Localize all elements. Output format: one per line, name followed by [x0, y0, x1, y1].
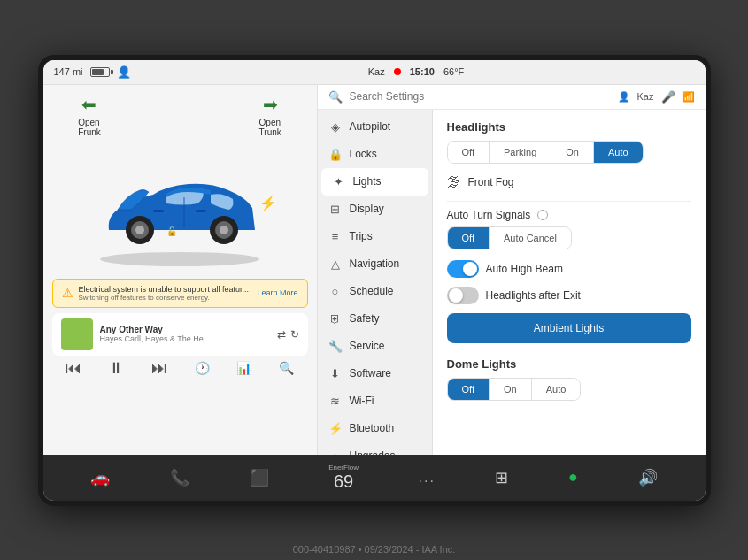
frunk-label: OpenFrunk	[78, 118, 101, 137]
frunk-arrow-icon: ⬅	[81, 94, 96, 115]
software-icon: ⬇	[328, 367, 343, 380]
learn-more-link[interactable]: Learn More	[257, 288, 297, 297]
menu-item-service[interactable]: 🔧 Service	[318, 333, 432, 360]
main-area: ⬅ OpenFrunk ➡ OpenTrunk	[43, 85, 706, 455]
music-controls[interactable]: ⇄ ↻	[277, 328, 299, 341]
front-fog-row: 🌫 Front Fog	[447, 174, 691, 190]
search-input[interactable]	[350, 90, 611, 103]
search-right: 👤 Kaz 🎤 📶	[618, 90, 695, 104]
turn-signal-off-button[interactable]: Off	[448, 227, 490, 249]
safety-label: Safety	[350, 312, 380, 325]
headlights-title: Headlights	[447, 120, 691, 134]
lock-icon: 🔓	[166, 226, 178, 237]
locks-label: Locks	[350, 148, 377, 160]
phone-taskbar-icon[interactable]: 📞	[170, 468, 189, 487]
auto-high-beam-toggle[interactable]	[447, 260, 479, 278]
track-artist: Hayes Carll, Hayes & The He...	[100, 334, 270, 343]
service-label: Service	[350, 340, 385, 352]
menu-item-bluetooth[interactable]: ⚡ Bluetooth	[318, 415, 432, 442]
headlights-after-exit-toggle[interactable]	[447, 287, 479, 304]
turn-signal-auto-cancel-button[interactable]: Auto Cancel	[490, 227, 571, 249]
menu-item-navigation[interactable]: △ Navigation	[318, 250, 432, 278]
menu-item-trips[interactable]: ≡ Trips	[318, 223, 432, 250]
safety-icon: ⛨	[328, 312, 343, 326]
svg-point-6	[220, 226, 228, 234]
volume-icon[interactable]: 🔊	[638, 468, 658, 487]
dome-off-button[interactable]: Off	[448, 379, 490, 400]
car-visualization: ⚡ 🔓	[82, 146, 277, 270]
headlight-auto-button[interactable]: Auto	[594, 142, 643, 163]
car-svg: ⚡ 🔓	[82, 146, 277, 270]
menu-item-locks[interactable]: 🔒 Locks	[318, 141, 432, 168]
playback-controls[interactable]: ⏮ ⏸ ⏭ 🕐 📊 🔍	[52, 356, 308, 381]
menu-item-autopilot[interactable]: ◈ Autopilot	[318, 113, 432, 141]
prev-button[interactable]: ⏮	[66, 359, 81, 378]
music-player: Any Other Way Hayes Carll, Hayes & The H…	[52, 313, 308, 356]
autopilot-icon: ◈	[328, 120, 343, 134]
toggle-knob-on	[463, 262, 477, 276]
album-art	[61, 318, 93, 350]
dome-lights-title: Dome Lights	[447, 357, 691, 371]
shuffle-icon[interactable]: ⇄	[277, 328, 286, 341]
settings-content: Headlights Off Parking On Auto 🌫 Front F…	[433, 110, 706, 455]
svg-rect-8	[196, 210, 206, 212]
equalizer-icon[interactable]: 📊	[236, 361, 251, 378]
auto-turn-signals-row: Auto Turn Signals	[447, 209, 691, 221]
mic-icon[interactable]: 🎤	[661, 90, 675, 104]
car-controls-top: ⬅ OpenFrunk ➡ OpenTrunk	[52, 94, 308, 137]
user-icon: 👤	[618, 91, 630, 103]
service-icon: 🔧	[328, 340, 343, 353]
device-frame: 147 mi 👤 Kaz 15:10 66°F ⬅ OpenFrunk	[38, 55, 711, 506]
dome-on-button[interactable]: On	[490, 379, 532, 400]
turn-signal-indicator	[537, 210, 548, 220]
search-bar: 🔍 👤 Kaz 🎤 📶	[318, 85, 706, 110]
track-info: Any Other Way Hayes Carll, Hayes & The H…	[100, 325, 270, 343]
open-trunk-control[interactable]: ➡ OpenTrunk	[259, 94, 281, 137]
wifi-label: Wi-Fi	[350, 395, 374, 407]
next-button[interactable]: ⏭	[151, 359, 167, 378]
spotify-icon[interactable]: ●	[568, 468, 578, 487]
wifi-icon: ≋	[328, 395, 343, 408]
dots-icon[interactable]: ...	[419, 470, 436, 486]
locks-icon: 🔒	[328, 148, 343, 161]
search-music-icon[interactable]: 🔍	[279, 361, 294, 378]
menu-item-schedule[interactable]: ○ Schedule	[318, 278, 432, 305]
trunk-label: OpenTrunk	[259, 118, 281, 137]
dome-auto-button[interactable]: Auto	[532, 379, 581, 400]
navigation-icon: △	[328, 257, 343, 271]
status-center: Kaz 15:10 66°F	[138, 66, 695, 77]
menu-item-display[interactable]: ⊞ Display	[318, 196, 432, 223]
headlight-parking-button[interactable]: Parking	[490, 142, 551, 163]
repeat-icon[interactable]: ↻	[290, 328, 299, 341]
settings-body: ◈ Autopilot 🔒 Locks ✦ Lights ⊞	[318, 110, 706, 455]
energyflow-label: EnerFlow	[328, 464, 359, 472]
trips-icon: ≡	[328, 230, 343, 243]
car-taskbar-icon[interactable]: 🚗	[90, 468, 110, 487]
headlight-on-button[interactable]: On	[551, 142, 594, 163]
menu-item-lights[interactable]: ✦ Lights	[321, 168, 428, 196]
warning-text: Electrical system is unable to support a…	[79, 285, 252, 302]
search-icon: 🔍	[328, 90, 343, 104]
dome-lights-group: Off On Auto	[447, 378, 582, 401]
display-label: Display	[350, 203, 384, 215]
headlight-off-button[interactable]: Off	[448, 142, 490, 163]
status-dot	[394, 68, 401, 75]
clock-icon[interactable]: 🕐	[195, 361, 210, 378]
menu-item-upgrades[interactable]: ▲ Upgrades	[318, 442, 432, 455]
status-time: 15:10	[410, 66, 435, 77]
menu-item-wifi[interactable]: ≋ Wi-Fi	[318, 387, 432, 415]
ambient-lights-button[interactable]: Ambient Lights	[447, 313, 691, 343]
menu-item-safety[interactable]: ⛨ Safety	[318, 305, 432, 333]
play-pause-button[interactable]: ⏸	[108, 359, 124, 378]
open-frunk-control[interactable]: ⬅ OpenFrunk	[78, 94, 101, 137]
grid-icon[interactable]: ⊞	[495, 468, 508, 487]
status-user: Kaz	[368, 66, 385, 77]
menu-item-software[interactable]: ⬇ Software	[318, 360, 432, 387]
toggle-knob-off	[449, 288, 463, 303]
software-label: Software	[350, 367, 391, 380]
apps-icon[interactable]: ⬛	[250, 468, 269, 487]
screen: 147 mi 👤 Kaz 15:10 66°F ⬅ OpenFrunk	[43, 60, 706, 501]
auto-turn-signals-label: Auto Turn Signals	[447, 209, 531, 221]
autopilot-label: Autopilot	[350, 120, 391, 133]
svg-point-0	[100, 252, 259, 266]
